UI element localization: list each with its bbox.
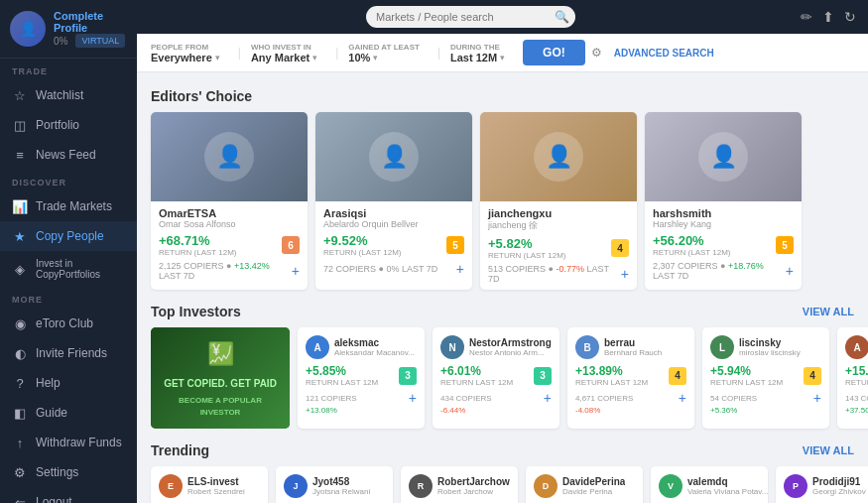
avatar: A	[306, 335, 329, 359]
investor-realname: Bernhard Rauch	[604, 348, 662, 357]
investor-stats: +6.01% RETURN LAST 12M 3	[440, 364, 552, 387]
investor-copiers: 4,671 COPIERS +	[575, 390, 686, 406]
copiers-info: 54 COPIERS	[710, 394, 757, 403]
sidebar-item-watchlist[interactable]: ☆ Watchlist	[0, 80, 137, 110]
chevron-down-icon: ▾	[312, 53, 317, 63]
advanced-search-link[interactable]: ADVANCED SEARCH	[614, 48, 714, 59]
avatar: D	[534, 474, 558, 498]
trending-header: E ELS-invest Robert Szendrei	[159, 474, 260, 498]
avatar: L	[710, 335, 734, 359]
sidebar-item-label: Watchlist	[36, 88, 83, 102]
add-button[interactable]: +	[679, 390, 686, 406]
add-button[interactable]: +	[813, 390, 821, 406]
add-button[interactable]: +	[409, 390, 417, 406]
avatar: V	[659, 474, 682, 498]
editor-card-1: 👤 Arasiqsi Abelardo Orquin Bellver +9.52…	[315, 112, 472, 290]
trending-view-all[interactable]: VIEW ALL	[803, 444, 854, 456]
add-button[interactable]: +	[544, 390, 552, 406]
refresh-icon[interactable]: ↻	[844, 9, 856, 25]
sidebar-item-news-feed[interactable]: ≡ News Feed	[0, 140, 137, 170]
people-from-label: PEOPLE FROM	[151, 43, 220, 52]
during-dropdown[interactable]: Last 12M ▾	[450, 52, 505, 63]
editors-choice-section-header: Editors' Choice	[151, 88, 854, 104]
add-button[interactable]: +	[621, 266, 629, 282]
trending-header: R RobertJarchow Robert Jarchow	[409, 474, 510, 498]
sidebar-item-label: eToro Club	[36, 316, 93, 330]
avatar: R	[409, 474, 433, 498]
invest-icon: ◈	[12, 261, 28, 277]
editors-choice-title: Editors' Choice	[151, 88, 252, 104]
get-copied-line2: BECOME A POPULAR INVESTOR	[161, 395, 280, 419]
editor-card-body: OmarETSA Omar Sosa Alfonso +68.71% RETUR…	[151, 201, 308, 287]
edit-icon[interactable]: ✏	[801, 9, 812, 25]
search-input[interactable]	[366, 6, 575, 28]
sidebar-profile[interactable]: 👤 Complete Profile 0% VIRTUAL	[0, 0, 137, 59]
return-label: RETURN LAST 12M	[575, 378, 648, 387]
editor-card-realname: Omar Sosa Alfonso	[159, 219, 300, 229]
people-from-dropdown[interactable]: Everywhere ▾	[151, 52, 220, 63]
investor-copiers: 121 COPIERS +	[306, 390, 417, 406]
return-value: +5.94%	[710, 364, 783, 378]
trending-card-3: D DavidePerina Davide Perina +29.64% RET…	[526, 466, 643, 503]
sidebar-item-invest-portfolios[interactable]: ◈ Invest in CopyPortfolios	[0, 251, 137, 287]
avatar: N	[440, 335, 464, 359]
editor-card-2: 👤 jianchengxu jiancheng 徐 +5.82% RETURN …	[480, 112, 637, 290]
sidebar-item-label: Portfolio	[36, 118, 79, 132]
sidebar-item-invite-friends[interactable]: ◐ Invite Friends	[0, 338, 137, 368]
sidebar-item-copy-people[interactable]: ★ Copy People	[0, 221, 137, 251]
investor-header: A arash007 Beata Lowaszne Buc...	[845, 335, 868, 359]
trending-cards: E ELS-invest Robert Szendrei +35.12% RET…	[151, 466, 854, 503]
share-icon[interactable]: ⬆	[822, 9, 834, 25]
sidebar-item-label: Help	[36, 376, 61, 390]
sidebar-item-logout[interactable]: ⇐ Logout	[0, 487, 137, 503]
return-value: +5.82%	[488, 236, 566, 251]
investor-copiers: 434 COPIERS +	[440, 390, 552, 406]
sidebar-item-label: Trade Markets	[36, 199, 112, 213]
go-button[interactable]: GO!	[523, 40, 585, 65]
editors-choice-cards: 👤 OmarETSA Omar Sosa Alfonso +68.71% RET…	[151, 112, 854, 290]
copiers-count: 72 COPIERS ● 0% LAST 7D	[323, 264, 437, 274]
sidebar-item-label: Withdraw Funds	[36, 436, 122, 449]
trending-card-0: E ELS-invest Robert Szendrei +35.12% RET…	[151, 466, 268, 503]
top-investors-view-all[interactable]: VIEW ALL	[803, 306, 854, 317]
trending-card-2: R RobertJarchow Robert Jarchow +17.24% R…	[401, 466, 518, 503]
investor-card-0: A aleksmac Aleksandar Macanov... +5.85% …	[298, 327, 425, 429]
editor-card-body: harshsmith Harshley Kang +56.20% RETURN …	[645, 201, 802, 287]
gained-dropdown[interactable]: 10% ▾	[348, 52, 420, 63]
risk-badge: 3	[534, 367, 552, 385]
avatar: P	[784, 474, 807, 498]
trending-header: V valemdq Valeria Viviana Potav...	[659, 474, 760, 498]
editor-card-3: 👤 harshsmith Harshley Kang +56.20% RETUR…	[645, 112, 802, 290]
search-button[interactable]: 🔍	[555, 10, 569, 24]
sidebar-item-trade-markets[interactable]: 📊 Trade Markets	[0, 191, 137, 221]
add-button[interactable]: +	[292, 263, 300, 279]
top-investors-title: Top Investors	[151, 304, 241, 319]
sidebar-item-etoro-club[interactable]: ◉ eToro Club	[0, 309, 137, 338]
who-invest-value: Any Market	[251, 52, 310, 63]
copiers-info: 4,671 COPIERS	[575, 394, 633, 403]
sidebar-item-portfolio[interactable]: ◫ Portfolio	[0, 110, 137, 140]
club-icon: ◉	[12, 315, 28, 331]
chevron-down-icon: ▾	[215, 53, 220, 63]
sidebar-item-label: Settings	[36, 465, 78, 479]
copiers-count: 2,125 COPIERS ● +13.42% LAST 7D	[159, 261, 292, 281]
gained-label: GAINED AT LEAST	[348, 43, 420, 52]
gained-value: 10%	[348, 52, 370, 63]
who-invest-dropdown[interactable]: Any Market ▾	[251, 52, 317, 63]
copiers-change: +5.36%	[710, 406, 821, 415]
sidebar-item-withdraw-funds[interactable]: ↑ Withdraw Funds	[0, 428, 137, 457]
return-value: +13.89%	[575, 364, 648, 378]
add-button[interactable]: +	[456, 261, 464, 277]
add-button[interactable]: +	[786, 263, 794, 279]
avatar: 👤	[10, 11, 46, 47]
who-invest-filter: WHO INVEST IN Any Market ▾	[251, 43, 317, 63]
editor-card-stats: +68.71% RETURN (LAST 12M) 6	[159, 233, 300, 257]
trending-header: J Jyot458 Jyotsna Relwani	[284, 474, 385, 498]
sidebar-item-help[interactable]: ? Help	[0, 368, 137, 398]
editor-card-username: OmarETSA	[159, 207, 300, 219]
get-copied-card[interactable]: 💹 GET COPIED. GET PAID BECOME A POPULAR …	[151, 327, 290, 429]
editor-card-copiers: 2,307 COPIERS ● +18.76% LAST 7D +	[653, 261, 794, 281]
trending-username: ELS-invest	[187, 476, 245, 487]
sidebar-item-guide[interactable]: ◧ Guide	[0, 398, 137, 428]
sidebar-item-settings[interactable]: ⚙ Settings	[0, 457, 137, 487]
